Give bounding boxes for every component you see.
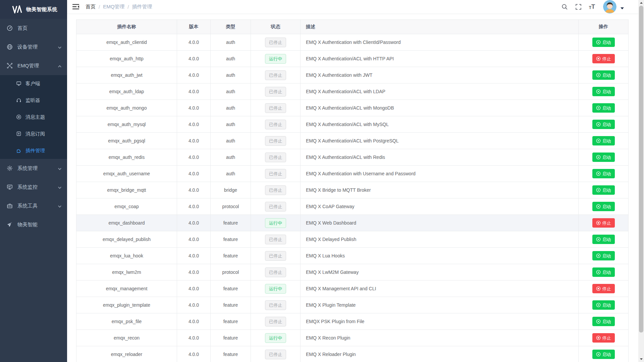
start-button[interactable]: 启动 bbox=[592, 120, 615, 129]
start-button[interactable]: 启动 bbox=[592, 169, 615, 178]
sidebar-item-plugins[interactable]: 插件管理 bbox=[0, 142, 67, 159]
cell-description: EMQ X Authentication with ClientId/Passw… bbox=[301, 34, 579, 51]
sidebar-item-listeners[interactable]: 监听器 bbox=[0, 92, 67, 109]
start-button[interactable]: 启动 bbox=[592, 185, 615, 195]
cell-actions: 启动 bbox=[579, 198, 629, 215]
scroll-up-arrow[interactable] bbox=[638, 0, 644, 6]
fullscreen-icon[interactable] bbox=[575, 4, 582, 10]
sidebar-item-clients[interactable]: 客户端 bbox=[0, 75, 67, 92]
sidebar-item-label: 消息主题 bbox=[25, 114, 62, 120]
chevron-down-icon bbox=[58, 185, 62, 189]
table-row: emqx_lwm2m4.0.0protocol已停止EMQ X LwM2M Ga… bbox=[76, 264, 629, 281]
start-button[interactable]: 启动 bbox=[592, 350, 615, 359]
cell-type: auth bbox=[211, 133, 251, 149]
cell-type: feature bbox=[211, 231, 251, 248]
cell-actions: 启动 bbox=[579, 248, 629, 264]
chevron-down-icon bbox=[58, 166, 62, 170]
scroll-down-arrow[interactable] bbox=[638, 356, 644, 362]
cell-actions: 启动 bbox=[579, 100, 629, 116]
table-row: emqx_bridge_mqtt4.0.0bridge已停止EMQ X Brid… bbox=[76, 182, 629, 198]
user-menu[interactable] bbox=[603, 0, 624, 13]
sidebar-item-label: 首页 bbox=[17, 25, 62, 32]
cell-actions: 停止 bbox=[579, 51, 629, 67]
topbar-actions: TT bbox=[554, 0, 624, 13]
cell-actions: 停止 bbox=[579, 281, 629, 297]
cell-description: EMQ X Authentication/ACL with PostgreSQL bbox=[301, 133, 579, 149]
status-badge: 已停止 bbox=[265, 267, 286, 277]
status-badge: 已停止 bbox=[265, 300, 286, 310]
app-logo[interactable]: 物美智能系统 bbox=[0, 0, 67, 19]
start-button[interactable]: 启动 bbox=[592, 202, 615, 211]
avatar[interactable] bbox=[603, 0, 616, 13]
font-size-icon[interactable]: TT bbox=[589, 4, 595, 10]
cell-version: 4.0.0 bbox=[177, 116, 211, 133]
breadcrumb-separator: / bbox=[127, 4, 129, 10]
cell-status: 已停止 bbox=[251, 83, 301, 100]
start-button[interactable]: 启动 bbox=[592, 38, 615, 47]
gear-icon bbox=[7, 165, 13, 171]
sidebar-toggle-button[interactable] bbox=[72, 4, 79, 10]
table-header-row: 插件名称 版本 类型 状态 描述 操作 bbox=[76, 20, 629, 34]
main-area: 首页 / EMQ管理 / 插件管理 TT bbox=[67, 0, 644, 362]
stop-button[interactable]: 停止 bbox=[592, 218, 615, 228]
sidebar-item-label: 消息订阅 bbox=[25, 131, 62, 137]
status-badge: 已停止 bbox=[265, 350, 286, 359]
table-row: emqx_auth_http4.0.0auth运行中EMQ X Authenti… bbox=[76, 51, 629, 67]
cell-plugin-name: emqx_auth_ldap bbox=[76, 83, 177, 100]
stop-button[interactable]: 停止 bbox=[592, 284, 615, 293]
cell-status: 已停止 bbox=[251, 166, 301, 182]
status-badge: 运行中 bbox=[265, 333, 286, 343]
sidebar-item-topics[interactable]: 消息主题 bbox=[0, 109, 67, 125]
scrollbar-thumb[interactable] bbox=[639, 6, 643, 333]
table-row: emqx_coap4.0.0protocol已停止EMQ X CoAP Gate… bbox=[76, 198, 629, 215]
sidebar-item-label: EMQ管理 bbox=[17, 63, 58, 69]
status-badge: 已停止 bbox=[265, 153, 286, 162]
search-icon[interactable] bbox=[561, 4, 568, 10]
cell-plugin-name: emqx_psk_file bbox=[76, 313, 177, 330]
start-button[interactable]: 启动 bbox=[592, 153, 615, 162]
start-button[interactable]: 启动 bbox=[592, 136, 615, 145]
stop-button[interactable]: 停止 bbox=[592, 333, 615, 343]
stop-button[interactable]: 停止 bbox=[592, 54, 615, 63]
cell-description: EMQ X Authentication/ACL with HTTP API bbox=[301, 51, 579, 67]
table-row: emqx_psk_file4.0.0feature已停止EMQX PSK Plu… bbox=[76, 313, 629, 330]
table-row: emqx_management4.0.0feature运行中EMQ X Mana… bbox=[76, 281, 629, 297]
cell-status: 已停止 bbox=[251, 264, 301, 281]
cell-type: auth bbox=[211, 149, 251, 166]
start-button[interactable]: 启动 bbox=[592, 300, 615, 310]
cell-type: protocol bbox=[211, 198, 251, 215]
cell-version: 4.0.0 bbox=[177, 313, 211, 330]
sidebar-item-system-tools[interactable]: 系统工具 bbox=[0, 196, 67, 215]
top-navbar: 首页 / EMQ管理 / 插件管理 TT bbox=[67, 0, 644, 13]
cell-type: auth bbox=[211, 100, 251, 116]
sidebar-item-devices[interactable]: 设备管理 bbox=[0, 38, 67, 56]
cell-plugin-name: emqx_auth_mongo bbox=[76, 100, 177, 116]
sidebar-item-label: 监听器 bbox=[25, 97, 62, 104]
sidebar-item-home[interactable]: 首页 bbox=[0, 19, 67, 38]
sidebar-item-system-admin[interactable]: 系统管理 bbox=[0, 159, 67, 178]
cell-version: 4.0.0 bbox=[177, 34, 211, 51]
start-button[interactable]: 启动 bbox=[592, 317, 615, 326]
sidebar-item-emq[interactable]: EMQ管理 bbox=[0, 56, 67, 75]
cell-actions: 启动 bbox=[579, 297, 629, 313]
cell-type: auth bbox=[211, 116, 251, 133]
cell-actions: 启动 bbox=[579, 182, 629, 198]
cell-plugin-name: emqx_reloader bbox=[76, 346, 177, 362]
vertical-scrollbar[interactable] bbox=[638, 0, 644, 362]
cell-status: 运行中 bbox=[251, 330, 301, 346]
start-button[interactable]: 启动 bbox=[592, 251, 615, 260]
start-button[interactable]: 启动 bbox=[592, 103, 615, 113]
status-badge: 已停止 bbox=[265, 87, 286, 97]
start-button[interactable]: 启动 bbox=[592, 235, 615, 244]
breadcrumb-home[interactable]: 首页 bbox=[86, 4, 96, 10]
sidebar-item-system-monitor[interactable]: 系统监控 bbox=[0, 178, 67, 196]
sidebar-item-subscriptions[interactable]: 消息订阅 bbox=[0, 125, 67, 142]
sidebar: 物美智能系统 首页 设备管理 EMQ管理 bbox=[0, 0, 67, 362]
cell-actions: 启动 bbox=[579, 116, 629, 133]
cell-status: 已停止 bbox=[251, 149, 301, 166]
start-button[interactable]: 启动 bbox=[592, 267, 615, 277]
start-button[interactable]: 启动 bbox=[592, 87, 615, 96]
page-content: 插件名称 版本 类型 状态 描述 操作 emqx_auth_clientid4.… bbox=[67, 13, 644, 362]
sidebar-item-wumei[interactable]: 物美智能 bbox=[0, 215, 67, 234]
start-button[interactable]: 启动 bbox=[592, 70, 615, 80]
